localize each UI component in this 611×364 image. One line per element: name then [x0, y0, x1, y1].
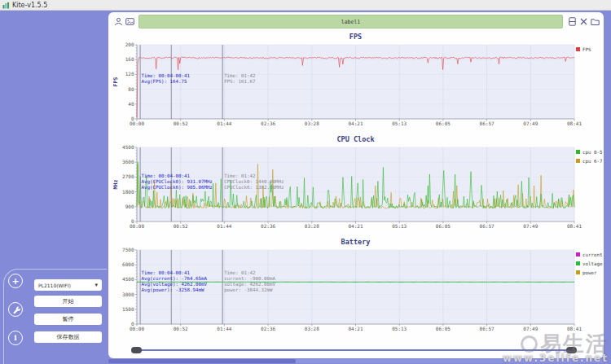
selection-tooltip-line: Avg(current): -764.65mA	[142, 276, 208, 282]
y-tick-label: 4500	[122, 144, 134, 150]
selection-tooltip-line: Avg(CPUClock0): 931.07MHz	[142, 179, 213, 185]
legend-swatch	[576, 150, 580, 154]
cursor-tooltip-line: CPUClock6: 1382.00MHz	[224, 185, 284, 190]
settings-button[interactable]	[8, 302, 23, 317]
selection-tooltip-line: Avg(CPUClock6): 905.06MHz	[142, 185, 213, 191]
chevron-down-icon: ▾	[95, 282, 98, 288]
y-tick-label: 120	[125, 71, 134, 77]
screenshot-button[interactable]	[125, 16, 134, 27]
selection-tooltip-line: Time: 00:04-00:41	[142, 173, 191, 178]
x-tick-label: 02:36	[261, 121, 275, 126]
cursor-tooltip-line: Time: 01:42	[224, 173, 255, 178]
selection-tooltip-line: Time: 00:04-00:41	[142, 73, 191, 78]
x-tick-label: 00:00	[130, 121, 144, 126]
chart-title: Battery	[341, 238, 371, 246]
export-button[interactable]	[590, 16, 600, 27]
legend-swatch	[576, 252, 580, 257]
y-tick-label: 200	[125, 42, 134, 47]
y-tick-label: 6000	[122, 261, 134, 267]
x-tick-label: 03:28	[305, 326, 319, 331]
cursor-tooltip-line: Time: 01:42	[224, 73, 255, 78]
legend-swatch	[576, 270, 580, 274]
pause-button[interactable]: 暂停	[34, 314, 102, 325]
cursor-tooltip-line: Time: 01:42	[224, 270, 255, 275]
cursor-tooltip-line: current: -900.00mA	[224, 276, 275, 281]
x-tick-label: 03:28	[305, 223, 319, 229]
y-axis-label: MHz	[112, 180, 119, 190]
horizontal-scrollbar[interactable]	[108, 359, 604, 363]
y-tick-label: 900	[125, 204, 134, 209]
legend-label: cpu 0-5	[582, 150, 603, 156]
close-button[interactable]	[578, 16, 588, 27]
x-tick-label: 04:21	[348, 326, 363, 331]
x-tick-label: 01:44	[217, 326, 231, 331]
y-tick-label: 3600	[122, 159, 134, 164]
device-select-value: PL2110(WIFI)	[38, 283, 71, 288]
y-tick-label: 2700	[122, 173, 134, 179]
time-range-slider	[131, 345, 577, 355]
chart-title: FPS	[349, 33, 362, 41]
horizontal-scrollbar-thumb[interactable]	[108, 359, 296, 363]
x-tick-label: 07:49	[523, 223, 538, 229]
selection-tooltip-line: Time: 00:04-00:41	[142, 270, 191, 275]
cursor-tooltip-line: voltage: 4262.00mV	[224, 282, 275, 287]
x-tick-label: 00:52	[174, 223, 188, 229]
fps-chart[interactable]: 0408012016020000:0000:5201:4402:3603:280…	[108, 31, 604, 134]
battery-chart[interactable]: 01500300045006000750000:0000:5201:4402:3…	[108, 236, 604, 339]
x-tick-label: 05:13	[392, 223, 407, 229]
export-icon	[591, 17, 600, 26]
selection-tooltip-line: Avg(FPS): 164.75	[142, 79, 187, 85]
app-window: { "window": { "title": "Kite-v1.5.5" }, …	[0, 0, 611, 364]
y-tick-label: 1500	[122, 306, 134, 312]
x-tick-label: 08:41	[567, 121, 582, 126]
x-tick-label: 06:57	[480, 121, 495, 126]
selection-tooltip-line: Avg(voltage): 4262.00mV	[142, 282, 208, 287]
save-button[interactable]	[567, 16, 577, 27]
x-tick-label: 00:52	[174, 326, 188, 331]
x-tick-label: 04:21	[348, 121, 363, 126]
start-button[interactable]: 开始	[34, 296, 102, 307]
y-tick-label: 3000	[122, 292, 134, 297]
selection-tooltip-line: Avg(power): -3258.94mW	[142, 287, 204, 293]
add-button[interactable]: +	[8, 274, 23, 288]
cursor-tooltip-line: FPS: 161.67	[224, 79, 256, 84]
x-tick-label: 01:44	[217, 223, 231, 229]
x-tick-label: 04:21	[348, 223, 363, 229]
session-label: label1	[341, 19, 360, 25]
user-button[interactable]	[113, 16, 123, 27]
legend-label: FPS	[582, 47, 591, 52]
info-button[interactable]: i	[8, 331, 23, 345]
x-tick-label: 06:05	[436, 326, 451, 331]
save-data-button[interactable]: 保存数据	[34, 331, 102, 343]
legend-label: cpu 6-7	[582, 159, 603, 164]
x-tick-label: 00:52	[174, 121, 188, 126]
range-handle-end[interactable]	[566, 347, 577, 353]
x-tick-label: 06:05	[436, 223, 451, 229]
x-tick-label: 03:28	[305, 121, 319, 126]
info-icon: i	[14, 335, 16, 342]
toolbar: label1	[113, 15, 600, 29]
cpu-clock-chart[interactable]: 0900180027003600450000:0000:5201:4402:36…	[108, 134, 604, 236]
x-tick-label: 08:41	[567, 223, 582, 229]
legend-swatch	[576, 261, 580, 265]
range-handle-start[interactable]	[131, 347, 142, 353]
device-select[interactable]: PL2110(WIFI) ▾	[34, 279, 102, 291]
start-button-label: 开始	[63, 297, 74, 305]
x-tick-label: 01:44	[217, 121, 231, 126]
save-data-button-label: 保存数据	[57, 333, 80, 341]
x-tick-label: 07:49	[523, 326, 538, 331]
screenshot-icon	[125, 17, 134, 26]
y-tick-label: 40	[128, 101, 134, 107]
legend-label: current	[582, 252, 602, 257]
legend-swatch	[576, 159, 580, 163]
y-axis-label: FPS	[112, 77, 119, 87]
chart-title: CPU Clock	[336, 135, 374, 143]
window-title: Kite-v1.5.5	[12, 0, 47, 11]
x-tick-label: 02:36	[261, 326, 275, 331]
legend-swatch	[576, 47, 580, 51]
add-icon: +	[11, 277, 19, 286]
y-tick-label: 160	[125, 56, 134, 62]
time-range-track[interactable]	[135, 349, 573, 351]
session-label-bar[interactable]: label1	[138, 15, 563, 29]
cursor-tooltip-line: CPUClock0: 1440.00MHz	[224, 179, 284, 184]
